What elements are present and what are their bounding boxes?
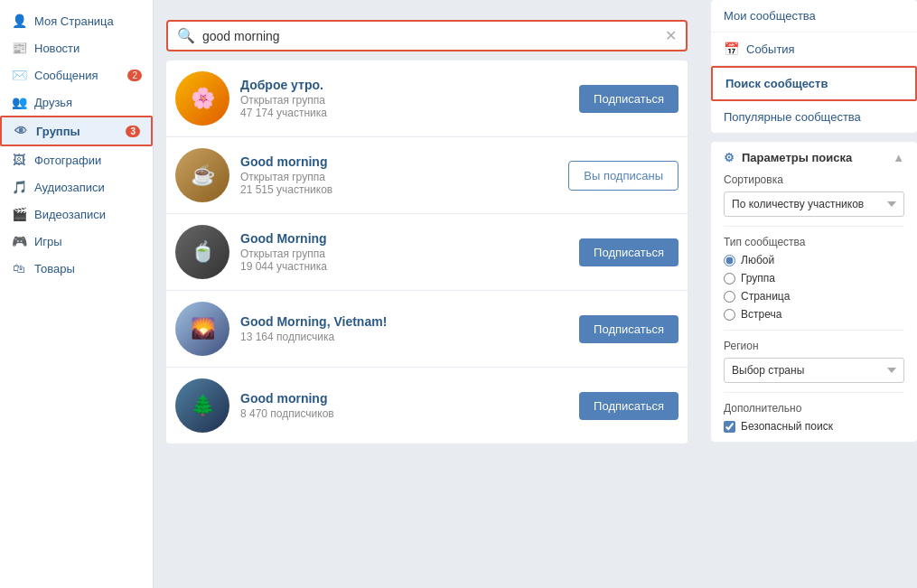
result-info-3: Good Morning, Vietnam! 13 164 подписчика	[240, 314, 579, 343]
search-input[interactable]	[202, 29, 660, 43]
video-icon: 🎬	[11, 206, 27, 222]
sidebar-item-label: Друзья	[34, 96, 72, 109]
result-action-3: Подписаться	[579, 315, 678, 343]
right-menu-label: Популярные сообщества	[724, 110, 861, 124]
sidebar-item-label: Игры	[34, 235, 62, 248]
clear-icon[interactable]: ✕	[665, 27, 677, 44]
sidebar-item-groups[interactable]: 👁 Группы 3	[0, 116, 153, 146]
type-radio-1[interactable]	[724, 273, 735, 285]
safe-search-checkbox[interactable]	[724, 421, 735, 433]
type-radio-0[interactable]	[724, 255, 735, 266]
results-list: 🌸 Доброе утро. Открытая группа 47 174 уч…	[166, 61, 688, 443]
messages-icon: ✉️	[11, 67, 27, 83]
sidebar-item-video[interactable]: 🎬 Видеозаписи	[0, 201, 153, 228]
result-action-btn-1[interactable]: Вы подписаны	[568, 161, 678, 191]
type-option-0[interactable]: Любой	[724, 254, 904, 266]
result-name-4[interactable]: Good morning	[240, 391, 579, 406]
sidebar-item-audio[interactable]: 🎵 Аудиозаписи	[0, 173, 153, 201]
result-action-0: Подписаться	[579, 85, 678, 113]
type-option-2[interactable]: Страница	[724, 290, 904, 303]
type-option-1[interactable]: Группа	[724, 272, 904, 285]
filter-section: ⚙ Параметры поиска ▲ Сортировка По колич…	[711, 142, 917, 442]
right-menu-label: Поиск сообществ	[725, 77, 828, 90]
sidebar: 👤 Моя Страница 📰 Новости ✉️ Сообщения 2 …	[0, 0, 154, 588]
right-menu-popular[interactable]: Популярные сообщества	[711, 101, 917, 133]
sort-select[interactable]: По количеству участниковПо дате создания…	[724, 191, 904, 217]
result-avatar-3: 🌄	[175, 302, 229, 356]
type-option-3[interactable]: Встреча	[724, 308, 904, 321]
result-info-1: Good morning Открытая группа 21 515 учас…	[240, 154, 568, 196]
goods-icon: 🛍	[11, 260, 27, 276]
result-avatar-1: ☕	[175, 148, 229, 202]
result-info-2: Good Morning Открытая группа 19 044 учас…	[240, 231, 579, 273]
right-menu-search-communities[interactable]: Поиск сообществ	[711, 66, 917, 101]
result-action-4: Подписаться	[579, 392, 678, 420]
sidebar-item-label: Новости	[34, 42, 80, 55]
sidebar-footer	[0, 282, 153, 325]
sidebar-item-label: Моя Страница	[34, 14, 114, 28]
extra-label: Дополнительно	[724, 402, 904, 415]
result-name-2[interactable]: Good Morning	[240, 231, 579, 246]
type-radio-3[interactable]	[724, 309, 735, 321]
news-icon: 📰	[11, 40, 27, 56]
result-type-2: Открытая группа	[240, 247, 579, 260]
result-action-btn-2[interactable]: Подписаться	[579, 238, 678, 266]
result-action-btn-3[interactable]: Подписаться	[579, 315, 678, 343]
right-menu-label: События	[746, 42, 795, 56]
my-page-icon: 👤	[11, 13, 27, 29]
search-icon: 🔍	[177, 27, 195, 44]
result-action-1: Вы подписаны	[568, 161, 678, 191]
result-action-btn-4[interactable]: Подписаться	[579, 392, 678, 420]
type-label: Тип сообщества	[724, 236, 904, 248]
audio-icon: 🎵	[11, 179, 27, 195]
result-name-0[interactable]: Доброе утро.	[240, 78, 579, 92]
result-action-btn-0[interactable]: Подписаться	[579, 85, 678, 113]
sidebar-badge-groups: 3	[126, 126, 140, 137]
type-option-label-0: Любой	[741, 254, 774, 266]
right-menu-my-communities[interactable]: Мои сообщества	[711, 0, 917, 33]
safe-search-label: Безопасный поиск	[741, 420, 833, 433]
sidebar-item-label: Фотографии	[34, 154, 101, 167]
sidebar-item-news[interactable]: 📰 Новости	[0, 34, 153, 61]
result-name-1[interactable]: Good morning	[240, 154, 568, 169]
right-menu-events[interactable]: 📅 События	[711, 33, 917, 66]
result-count-4: 8 470 подписчиков	[240, 407, 579, 420]
safe-search-checkbox-label[interactable]: Безопасный поиск	[724, 420, 904, 433]
result-item-3: 🌄 Good Morning, Vietnam! 13 164 подписчи…	[166, 291, 688, 368]
result-item-1: ☕ Good morning Открытая группа 21 515 уч…	[166, 137, 688, 214]
result-info-4: Good morning 8 470 подписчиков	[240, 391, 579, 420]
result-count-1: 21 515 участников	[240, 183, 568, 196]
result-item-0: 🌸 Доброе утро. Открытая группа 47 174 уч…	[166, 61, 688, 137]
result-item-2: 🍵 Good Morning Открытая группа 19 044 уч…	[166, 214, 688, 291]
sidebar-item-games[interactable]: 🎮 Игры	[0, 228, 153, 255]
sidebar-item-goods[interactable]: 🛍 Товары	[0, 255, 153, 282]
filter-header[interactable]: ⚙ Параметры поиска ▲	[724, 151, 904, 164]
right-menu: Мои сообщества 📅 События Поиск сообществ…	[711, 0, 917, 133]
events-icon: 📅	[724, 42, 739, 56]
sidebar-item-messages[interactable]: ✉️ Сообщения 2	[0, 61, 153, 89]
region-label: Регион	[724, 340, 904, 352]
result-action-2: Подписаться	[579, 238, 678, 266]
type-radio-2[interactable]	[724, 291, 735, 303]
filter-icon: ⚙	[724, 151, 735, 164]
type-radio-group: Любой Группа Страница Встреча	[724, 254, 904, 321]
result-type-0: Открытая группа	[240, 94, 579, 107]
region-select[interactable]: Выбор страны	[724, 358, 904, 383]
type-option-label-1: Группа	[741, 272, 775, 285]
result-avatar-4: 🌲	[175, 378, 229, 433]
type-option-label-3: Встреча	[741, 308, 781, 321]
sidebar-item-my-page[interactable]: 👤 Моя Страница	[0, 7, 153, 34]
result-item-4: 🌲 Good morning 8 470 подписчиков Подписа…	[166, 368, 688, 443]
sidebar-item-label: Группы	[36, 125, 80, 138]
photos-icon: 🖼	[11, 152, 27, 168]
search-bar: 🔍 ✕	[166, 20, 688, 51]
filter-expand-icon[interactable]: ▲	[893, 151, 904, 164]
result-avatar-0: 🌸	[175, 71, 229, 126]
sidebar-item-friends[interactable]: 👥 Друзья	[0, 89, 153, 116]
sidebar-badge-messages: 2	[127, 70, 142, 81]
groups-icon: 👁	[13, 123, 29, 139]
result-name-3[interactable]: Good Morning, Vietnam!	[240, 314, 579, 329]
result-count-0: 47 174 участника	[240, 107, 579, 119]
right-panel: Мои сообщества 📅 События Поиск сообществ…	[700, 0, 917, 588]
sidebar-item-photos[interactable]: 🖼 Фотографии	[0, 146, 153, 173]
